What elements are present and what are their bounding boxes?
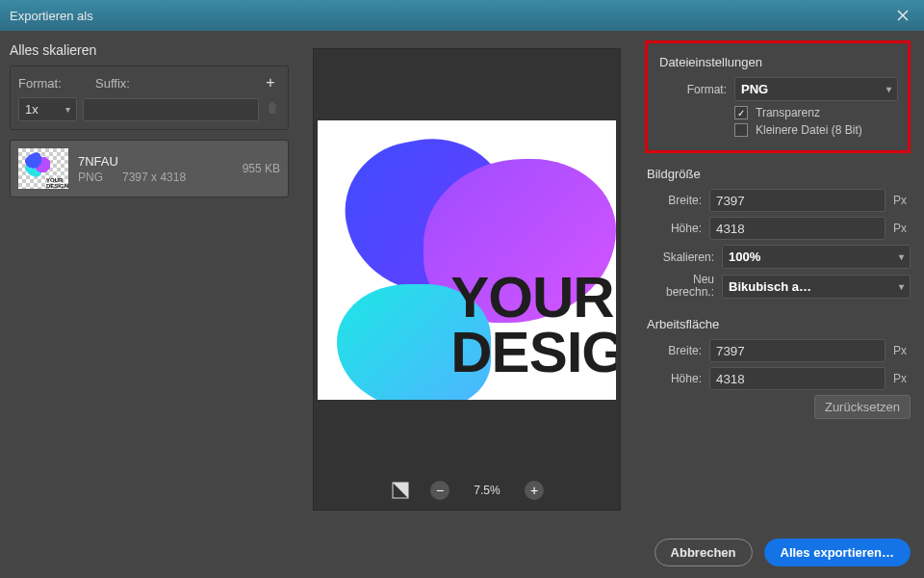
asset-dimensions: 7397 x 4318 [122, 171, 186, 184]
smaller-file-label: Kleinere Datei (8 Bit) [756, 123, 862, 137]
contrast-toggle-icon[interactable] [390, 480, 411, 501]
scale-settings: Format: Suffix: + 1x ▾ [10, 66, 289, 130]
left-panel: Alles skalieren Format: Suffix: + 1x ▾ [0, 31, 298, 578]
smaller-file-checkbox[interactable]: ✓ [734, 123, 748, 137]
format-select[interactable]: PNG ▾ [734, 77, 898, 101]
suffix-input[interactable] [83, 98, 259, 121]
scale-select[interactable]: 1x ▾ [18, 97, 77, 121]
image-size-group: Bildgröße Breite: Px Höhe: Px Skalieren:… [645, 163, 911, 303]
chevron-down-icon: ▾ [886, 84, 891, 94]
asset-format: PNG [78, 171, 103, 184]
width-label: Breite: [645, 194, 702, 207]
transparency-checkbox[interactable]: ✓ [734, 106, 748, 119]
center-panel: YOUR DESIG − 7.5% + [298, 31, 635, 578]
canvas-title: Arbeitsfläche [647, 317, 911, 331]
preview-toolbar: − 7.5% + [314, 471, 620, 510]
add-scale-button[interactable]: + [261, 74, 280, 92]
asset-name: 7NFAU [78, 154, 233, 169]
asset-filesize: 955 KB [243, 162, 280, 175]
unit-px: Px [893, 372, 911, 385]
zoom-out-button[interactable]: − [430, 481, 449, 500]
resample-label: Neu berechn.: [645, 274, 714, 299]
asset-thumbnail: YOUR DESIGN [18, 148, 68, 189]
zoom-level: 7.5% [469, 484, 505, 497]
suffix-label: Suffix: [95, 76, 261, 91]
zoom-in-button[interactable]: + [525, 481, 544, 500]
export-all-button[interactable]: Alles exportieren… [764, 539, 911, 566]
close-button[interactable] [891, 4, 914, 27]
art-text-line2: DESIG [450, 320, 616, 384]
chevron-down-icon: ▾ [65, 104, 70, 115]
scale-all-title: Alles skalieren [10, 42, 289, 58]
scale-value: 1x [25, 102, 38, 117]
format-value: PNG [741, 82, 768, 96]
file-settings-title: Dateieinstellungen [659, 55, 898, 69]
asset-meta: 7NFAU PNG 7397 x 4318 [78, 148, 233, 189]
canvas-height-label: Höhe: [645, 372, 702, 385]
scale-label: Skalieren: [645, 250, 714, 264]
preview-canvas[interactable]: YOUR DESIG [314, 49, 620, 471]
export-dialog: Exportieren als Alles skalieren Format: … [0, 0, 924, 578]
height-label: Höhe: [645, 222, 702, 235]
unit-px: Px [893, 222, 911, 235]
scale-select-right[interactable]: 100% ▾ [722, 245, 911, 269]
resample-value: Bikubisch a… [729, 279, 811, 294]
unit-px: Px [893, 194, 911, 207]
asset-card[interactable]: YOUR DESIGN 7NFAU PNG 7397 x 4318 955 KB [10, 140, 289, 197]
height-input[interactable] [709, 217, 886, 240]
canvas-group: Arbeitsfläche Breite: Px Höhe: Px Zurück… [645, 313, 911, 419]
resample-select[interactable]: Bikubisch a… ▾ [722, 275, 911, 299]
titlebar: Exportieren als [0, 0, 924, 31]
file-settings-group: Dateieinstellungen Format: PNG ▾ ✓ Trans… [645, 40, 911, 153]
chevron-down-icon: ▾ [899, 281, 904, 292]
window-title: Exportieren als [10, 9, 891, 23]
scale-value-right: 100% [729, 250, 760, 264]
preview-area: YOUR DESIG − 7.5% + [313, 48, 621, 511]
unit-px: Px [893, 344, 911, 357]
cancel-button[interactable]: Abbrechen [654, 539, 753, 566]
canvas-height-input[interactable] [709, 367, 886, 390]
canvas-width-label: Breite: [645, 344, 702, 357]
dialog-body: Alles skalieren Format: Suffix: + 1x ▾ [0, 31, 924, 578]
reset-button[interactable]: Zurücksetzen [814, 395, 911, 419]
artwork: YOUR DESIG [318, 120, 616, 400]
image-size-title: Bildgröße [647, 167, 911, 181]
close-icon [897, 10, 909, 21]
dialog-footer: Abbrechen Alles exportieren… [645, 529, 911, 566]
chevron-down-icon: ▾ [899, 251, 904, 262]
canvas-width-input[interactable] [709, 339, 886, 362]
width-input[interactable] [709, 189, 886, 212]
format-label-right: Format: [657, 83, 727, 96]
transparency-label: Transparenz [756, 106, 820, 119]
format-label: Format: [18, 76, 95, 91]
right-panel: Dateieinstellungen Format: PNG ▾ ✓ Trans… [635, 31, 924, 578]
delete-scale-icon [265, 101, 280, 118]
